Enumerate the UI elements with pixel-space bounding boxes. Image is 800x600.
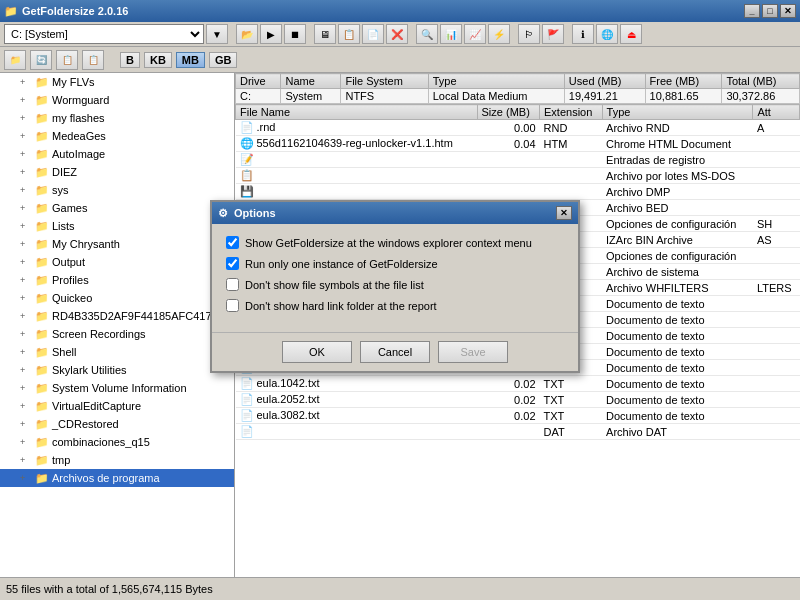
- tb-btn-8[interactable]: 🔍: [416, 24, 438, 44]
- tree-item[interactable]: + 📁 tmp: [0, 451, 234, 469]
- tb-btn-10[interactable]: 📈: [464, 24, 486, 44]
- cancel-button[interactable]: Cancel: [360, 341, 430, 363]
- option-checkbox-0[interactable]: [226, 236, 239, 249]
- tb-btn-2[interactable]: ▶: [260, 24, 282, 44]
- drive-cell: 19,491.21: [564, 89, 645, 104]
- ok-button[interactable]: OK: [282, 341, 352, 363]
- tb-info[interactable]: ℹ: [572, 24, 594, 44]
- tree-expand-icon: +: [20, 437, 32, 447]
- option-checkbox-2[interactable]: [226, 278, 239, 291]
- table-row[interactable]: 💾Archivo DMP: [236, 184, 800, 200]
- tb-btn-3[interactable]: ⏹: [284, 24, 306, 44]
- tree-item[interactable]: + 📁 combinaciones_q15: [0, 433, 234, 451]
- tree-item[interactable]: + 📁 VirtualEditCapture: [0, 397, 234, 415]
- tree-expand-icon: +: [20, 419, 32, 429]
- option-checkbox-1[interactable]: [226, 257, 239, 270]
- tb-btn-5[interactable]: 📋: [338, 24, 360, 44]
- tree-item[interactable]: + 📁 System Volume Information: [0, 379, 234, 397]
- tree-item[interactable]: + 📁 My Chrysanth: [0, 235, 234, 253]
- tree-item[interactable]: + 📁 Screen Recordings: [0, 325, 234, 343]
- size-b-button[interactable]: B: [120, 52, 140, 68]
- tree-item[interactable]: + 📁 My FLVs: [0, 73, 234, 91]
- tree-item[interactable]: + 📁 DIEZ: [0, 163, 234, 181]
- tree-item[interactable]: + 📁 AutoImage: [0, 145, 234, 163]
- col-fs: File System: [341, 74, 428, 89]
- tree-item[interactable]: + 📁 _CDRestored: [0, 415, 234, 433]
- tree-item[interactable]: + 📁 Archivos de programa: [0, 469, 234, 487]
- table-row[interactable]: 📄DATArchivo DAT: [236, 424, 800, 440]
- table-row[interactable]: 📄.rnd0.00RNDArchivo RNDA: [236, 120, 800, 136]
- size-kb-button[interactable]: KB: [144, 52, 172, 68]
- folder-icon: 📁: [35, 436, 49, 449]
- tree-item-label: tmp: [52, 454, 70, 466]
- file-icon: 📄: [240, 393, 254, 405]
- tb-btn-4[interactable]: 🖥: [314, 24, 336, 44]
- minimize-button[interactable]: _: [744, 4, 760, 18]
- folder-icon: 📁: [35, 184, 49, 197]
- tb-btn-9[interactable]: 📊: [440, 24, 462, 44]
- tb2-3[interactable]: 📋: [56, 50, 78, 70]
- tree-item-label: Wormguard: [52, 94, 109, 106]
- app-icon: 📁: [4, 5, 18, 18]
- tb-btn-1[interactable]: 📂: [236, 24, 258, 44]
- table-row[interactable]: 🌐556d1162104639-reg-unlocker-v1.1.htm0.0…: [236, 136, 800, 152]
- tb-flag2[interactable]: 🚩: [542, 24, 564, 44]
- tree-item[interactable]: + 📁 Games: [0, 199, 234, 217]
- tb-flag[interactable]: 🏳: [518, 24, 540, 44]
- file-cell: [753, 152, 800, 168]
- tree-item[interactable]: + 📁 Skylark Utilities: [0, 361, 234, 379]
- tree-item[interactable]: + 📁 Lists: [0, 217, 234, 235]
- tb-btn-11[interactable]: ⚡: [488, 24, 510, 44]
- file-cell: [753, 264, 800, 280]
- checkbox-row: Show GetFoldersize at the windows explor…: [226, 236, 564, 249]
- file-icon: 🌐: [240, 137, 254, 149]
- file-cell: [753, 136, 800, 152]
- file-cell: [540, 168, 603, 184]
- checkbox-label-1: Run only one instance of GetFoldersize: [245, 258, 438, 270]
- file-cell: Opciones de configuración: [602, 248, 753, 264]
- file-cell: RND: [540, 120, 603, 136]
- file-cell: 0.02: [477, 392, 540, 408]
- file-cell: LTERS: [753, 280, 800, 296]
- tb2-4[interactable]: 📋: [82, 50, 104, 70]
- tb-web[interactable]: 🌐: [596, 24, 618, 44]
- dialog-close-button[interactable]: ✕: [556, 206, 572, 220]
- tb2-1[interactable]: 📁: [4, 50, 26, 70]
- tb2-2[interactable]: 🔄: [30, 50, 52, 70]
- tree-item[interactable]: + 📁 Quickeo: [0, 289, 234, 307]
- size-gb-button[interactable]: GB: [209, 52, 238, 68]
- tree-expand-icon: +: [20, 473, 32, 483]
- col-free: Free (MB): [645, 74, 722, 89]
- tree-item[interactable]: + 📁 MedeaGes: [0, 127, 234, 145]
- tree-expand-icon: +: [20, 329, 32, 339]
- drive-row: C:SystemNTFSLocal Data Medium19,491.2110…: [236, 89, 800, 104]
- maximize-button[interactable]: □: [762, 4, 778, 18]
- table-row[interactable]: 📋Archivo por lotes MS-DOS: [236, 168, 800, 184]
- tree-item[interactable]: + 📁 Wormguard: [0, 91, 234, 109]
- dropdown-btn[interactable]: ▼: [206, 24, 228, 44]
- tree-item[interactable]: + 📁 Shell: [0, 343, 234, 361]
- file-cell: IZArc BIN Archive: [602, 232, 753, 248]
- tree-item[interactable]: + 📁 my flashes: [0, 109, 234, 127]
- tree-item[interactable]: + 📁 Profiles: [0, 271, 234, 289]
- tb-exit[interactable]: ⏏: [620, 24, 642, 44]
- tb-btn-7[interactable]: ❌: [386, 24, 408, 44]
- option-checkbox-3[interactable]: [226, 299, 239, 312]
- table-row[interactable]: 📄eula.2052.txt0.02TXTDocumento de texto: [236, 392, 800, 408]
- table-row[interactable]: 📝Entradas de registro: [236, 152, 800, 168]
- save-button[interactable]: Save: [438, 341, 508, 363]
- file-cell: [753, 408, 800, 424]
- tree-item[interactable]: + 📁 sys: [0, 181, 234, 199]
- tree-item[interactable]: + 📁 Output: [0, 253, 234, 271]
- path-combo[interactable]: C: [System]: [4, 24, 204, 44]
- table-row[interactable]: 📄eula.1042.txt0.02TXTDocumento de texto: [236, 376, 800, 392]
- tree-expand-icon: +: [20, 95, 32, 105]
- folder-icon: 📁: [35, 364, 49, 377]
- close-button[interactable]: ✕: [780, 4, 796, 18]
- table-row[interactable]: 📄eula.3082.txt0.02TXTDocumento de texto: [236, 408, 800, 424]
- size-mb-button[interactable]: MB: [176, 52, 205, 68]
- tb-btn-6[interactable]: 📄: [362, 24, 384, 44]
- app-title: GetFoldersize 2.0.16: [22, 5, 128, 17]
- file-cell: [753, 424, 800, 440]
- tree-item[interactable]: + 📁 RD4B335D2AF9F44185AFC417: [0, 307, 234, 325]
